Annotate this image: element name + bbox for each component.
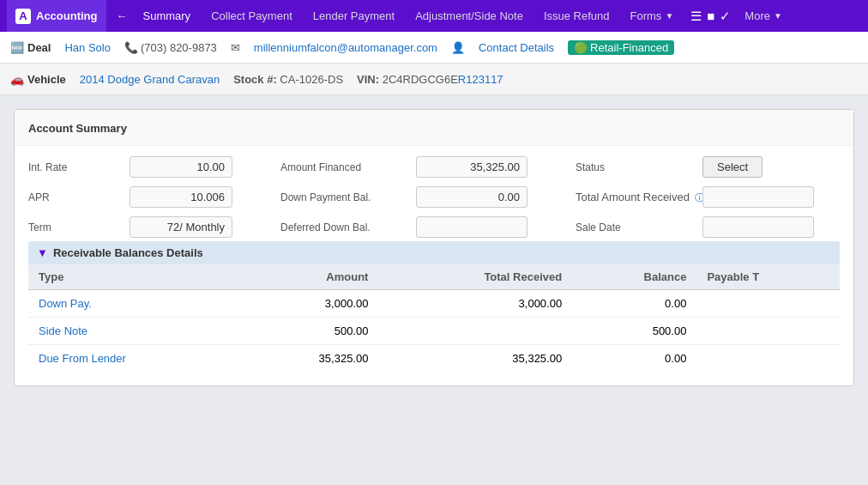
receivable-header[interactable]: ▼ Receivable Balances Details (28, 241, 840, 264)
tab-forms[interactable]: Forms ▼ (620, 0, 684, 32)
fields-area: Int. Rate APR Term Amount Financed (15, 146, 853, 241)
vin-prefix: 2C4RDGCG6E (383, 73, 458, 86)
deal-tag: 🆕 Deal (10, 41, 51, 54)
row-total-down-pay: 3,000.00 (378, 290, 572, 318)
retail-icon: 🟢 (574, 41, 588, 54)
int-rate-label: Int. Rate (28, 161, 123, 173)
col-amount: Amount (241, 264, 379, 290)
down-payment-label: Down Payment Bal. (280, 191, 409, 203)
amount-financed-field: Amount Financed (280, 156, 527, 178)
row-payable-lender (696, 345, 840, 373)
tab-issue-refund[interactable]: Issue Refund (533, 0, 620, 32)
int-rate-field: Int. Rate (28, 156, 232, 178)
term-label: Term (28, 221, 123, 233)
row-amount-side-note: 500.00 (241, 318, 379, 345)
icon-group: ☰ ■ ✓ (684, 9, 731, 24)
row-payable-side-note (696, 318, 840, 345)
table-row: Down Pay. 3,000.00 3,000.00 0.00 (28, 290, 840, 318)
apr-field: APR (28, 186, 232, 208)
row-payable-down-pay (696, 290, 840, 318)
phone-icon: 📞 (124, 41, 138, 54)
status-field: Status Select (576, 156, 814, 178)
phone-number: 📞 (703) 820-9873 (124, 41, 217, 54)
deferred-down-input[interactable] (416, 216, 527, 238)
row-balance-down-pay: 0.00 (572, 290, 696, 318)
status-label: Status (576, 161, 696, 173)
receivable-table: Type Amount Total Received Balance Payab… (28, 264, 840, 372)
receivable-table-header: Type Amount Total Received Balance Payab… (28, 264, 840, 290)
row-total-lender: 35,325.00 (378, 345, 572, 373)
down-payment-field: Down Payment Bal. (280, 186, 527, 208)
deal-row: 🆕 Deal Han Solo 📞 (703) 820-9873 ✉ mille… (0, 32, 868, 64)
sale-date-label: Sale Date (576, 221, 696, 233)
apr-input[interactable] (130, 186, 232, 208)
term-input[interactable] (130, 216, 232, 238)
row-amount-lender: 35,325.00 (241, 345, 379, 373)
col-total-received: Total Received (378, 264, 572, 290)
app-title-text: Accounting (36, 9, 98, 22)
app-title: A Accounting (7, 0, 106, 32)
down-payment-input[interactable] (416, 186, 527, 208)
term-field: Term (28, 216, 232, 238)
vehicle-name[interactable]: 2014 Dodge Grand Caravan (80, 73, 220, 86)
total-amount-input[interactable] (702, 186, 814, 208)
customer-name[interactable]: Han Solo (64, 41, 110, 54)
vehicle-row: 🚗 Vehicle 2014 Dodge Grand Caravan Stock… (0, 64, 868, 95)
nav-tabs: Summary Collect Payment Lender Payment A… (133, 0, 793, 32)
tab-collect-payment[interactable]: Collect Payment (201, 0, 303, 32)
grid-icon[interactable]: ■ (707, 9, 714, 23)
table-row: Due From Lender 35,325.00 35,325.00 0.00 (28, 345, 840, 373)
receivable-table-body: Down Pay. 3,000.00 3,000.00 0.00 Side No… (28, 290, 840, 373)
vehicle-label: Vehicle (27, 73, 66, 86)
deferred-down-field: Deferred Down Bal. (280, 216, 527, 238)
person-icon: 👤 (451, 41, 465, 54)
amount-financed-input[interactable] (416, 156, 527, 178)
total-amount-field: Total Amount Received ⓘ (576, 186, 814, 208)
list-icon[interactable]: ☰ (690, 9, 702, 24)
deferred-down-label: Deferred Down Bal. (280, 221, 409, 233)
int-rate-input[interactable] (130, 156, 232, 178)
stock-label: Stock #: CA-1026-DS (233, 73, 343, 86)
sale-date-input[interactable] (702, 216, 814, 238)
row-type-due-from-lender[interactable]: Due From Lender (39, 352, 126, 365)
app-icon: A (15, 9, 31, 24)
deal-icon: 🆕 (10, 41, 24, 54)
col-type: Type (28, 264, 241, 290)
receivable-title: Receivable Balances Details (53, 246, 203, 259)
row-balance-side-note: 500.00 (572, 318, 696, 345)
email-address[interactable]: millenniumfalcon@automanager.com (254, 41, 437, 54)
retail-badge: 🟢 Retail-Financed (568, 40, 674, 55)
row-amount-down-pay: 3,000.00 (241, 290, 379, 318)
total-amount-label: Total Amount Received ⓘ (576, 191, 696, 204)
more-arrow-icon: ▼ (774, 11, 782, 21)
email-icon: ✉ (231, 41, 240, 54)
col-mid: Amount Financed Down Payment Bal. Deferr… (280, 156, 527, 238)
row-balance-lender: 0.00 (572, 345, 696, 373)
forms-arrow-icon: ▼ (665, 11, 673, 21)
vin-suffix: R123117 (458, 73, 503, 86)
row-type-side-note[interactable]: Side Note (39, 324, 87, 337)
table-row: Side Note 500.00 500.00 (28, 318, 840, 345)
amount-financed-label: Amount Financed (280, 161, 409, 173)
back-button[interactable]: ← (112, 0, 133, 32)
account-summary-card: Account Summary Int. Rate APR Term (14, 109, 854, 386)
check-icon[interactable]: ✓ (720, 9, 731, 24)
tab-more[interactable]: More ▼ (734, 0, 793, 32)
sale-date-field: Sale Date (576, 216, 814, 238)
vin-label: VIN: 2C4RDGCG6ER123117 (357, 73, 503, 86)
tab-adjustment[interactable]: Adjustment/Side Note (405, 0, 533, 32)
card-header: Account Summary (15, 110, 853, 146)
row-total-side-note (378, 318, 572, 345)
tab-summary[interactable]: Summary (133, 0, 202, 32)
deal-label: Deal (27, 41, 51, 54)
status-select-button[interactable]: Select (702, 156, 763, 178)
row-type-down-pay[interactable]: Down Pay. (39, 297, 92, 310)
vehicle-icon: 🚗 (10, 73, 24, 86)
col-payable-to: Payable T (696, 264, 840, 290)
contact-details-link[interactable]: Contact Details (479, 41, 554, 54)
receivable-section: ▼ Receivable Balances Details Type Amoun… (15, 241, 853, 372)
top-nav: A Accounting ← Summary Collect Payment L… (0, 0, 868, 32)
tab-lender-payment[interactable]: Lender Payment (303, 0, 405, 32)
main-content: Account Summary Int. Rate APR Term (0, 95, 868, 400)
col-balance: Balance (572, 264, 696, 290)
